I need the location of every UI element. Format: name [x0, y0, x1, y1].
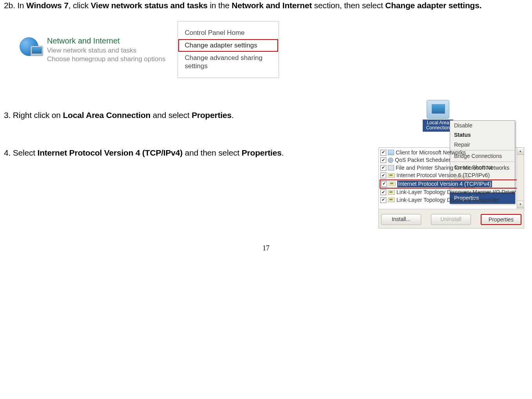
list-item[interactable]: ✔ QoS Packet Scheduler	[380, 156, 523, 164]
scrollbar[interactable]: ▴ ▾	[517, 148, 524, 209]
uninstall-button: Uninstall	[431, 214, 471, 225]
checkbox-icon[interactable]: ✔	[381, 181, 387, 187]
choose-homegroup-link[interactable]: Choose homegroup and sharing options	[47, 55, 165, 63]
step-4-text: 4. Select Internet Protocol Version 4 (T…	[4, 147, 378, 158]
step-4-prefix: 4. Select	[4, 148, 38, 157]
step-4: 4. Select Internet Protocol Version 4 (T…	[4, 147, 378, 158]
step-3-text: 3. Right click on Local Area Connection …	[4, 110, 418, 121]
page-number: 17	[4, 244, 528, 252]
list-item[interactable]: ✔ Internet Protocol Version 6 (TCP/IPv6)	[380, 172, 523, 180]
step-4-target: Internet Protocol Version 4 (TCP/IPv4)	[38, 148, 183, 157]
step-4-mid: and then select	[183, 148, 242, 157]
step-2b-section: Network and Internet	[232, 1, 312, 10]
list-item-label: QoS Packet Scheduler	[395, 157, 451, 164]
control-panel-nav: Control Panel Home Change adapter settin…	[177, 21, 279, 78]
service-icon	[388, 158, 393, 163]
properties-button[interactable]: Properties	[481, 214, 521, 225]
step-2b-mid2: in the	[208, 1, 232, 10]
properties-buttons-row: Install... Uninstall Properties	[379, 209, 524, 228]
connection-properties-list: ✔ Client for Microsoft Networks ✔ QoS Pa…	[378, 147, 524, 229]
step-2b-action1: View network status and tasks	[90, 1, 207, 10]
list-item[interactable]: ✔ File and Printer Sharing for Microsoft…	[380, 164, 523, 172]
lac-label[interactable]: Local Area Connection	[423, 120, 453, 131]
list-item-label: Link-Layer Topology Discovery Mapper I/O…	[396, 189, 516, 196]
scroll-up-icon[interactable]: ▴	[517, 147, 524, 155]
local-area-connection-figure: Local Area Connection Disable Status Rep…	[418, 100, 516, 131]
list-item-label: Internet Protocol Version 4 (TCP/IPv4)	[397, 181, 492, 188]
network-internet-text: Network and Internet View network status…	[47, 36, 165, 63]
nav-control-panel-home[interactable]: Control Panel Home	[178, 27, 278, 39]
step-2b-mid1: , click	[69, 1, 91, 10]
list-item-label: Internet Protocol Version 6 (TCP/IPv6)	[396, 172, 490, 179]
step-3-target: Local Area Connection	[63, 111, 150, 120]
protocol-icon	[388, 198, 395, 202]
protocol-icon	[389, 181, 396, 186]
list-item[interactable]: ✔ Client for Microsoft Networks	[380, 149, 523, 157]
checkbox-icon[interactable]: ✔	[380, 197, 386, 203]
scroll-down-icon[interactable]: ▾	[517, 201, 524, 208]
step-2b-os: Windows 7	[26, 1, 69, 10]
list-item[interactable]: ✔ Link-Layer Topology Discovery Mapper I…	[380, 189, 523, 196]
protocol-icon	[388, 173, 395, 178]
step-3-mid: and select	[150, 111, 192, 120]
list-item[interactable]: ✔ Link-Layer Topology Discovery Responde…	[380, 196, 523, 204]
step-2b-prefix: 2b. In	[4, 1, 26, 10]
step-3-suffix: .	[232, 111, 234, 120]
nav-change-adapter-settings[interactable]: Change adapter settings	[178, 39, 278, 52]
network-and-internet-panel: Network and Internet View network status…	[20, 21, 165, 63]
step-4-row: 4. Select Internet Protocol Version 4 (T…	[4, 147, 528, 229]
view-network-status-link[interactable]: View network status and tasks	[47, 46, 165, 55]
checkbox-icon[interactable]: ✔	[380, 165, 386, 171]
step-3: 3. Right click on Local Area Connection …	[4, 100, 418, 121]
step-2b-action2: Change adapter settings.	[385, 1, 481, 10]
step-2b: 2b. In Windows 7, click View network sta…	[4, 0, 528, 78]
list-item-label: Client for Microsoft Networks	[396, 149, 466, 156]
checkbox-icon[interactable]: ✔	[380, 157, 386, 163]
nav-change-advanced-sharing[interactable]: Change advanced sharing settings	[178, 52, 278, 73]
step-3-prefix: 3. Right click on	[4, 111, 63, 120]
step-2b-text: 2b. In Windows 7, click View network sta…	[4, 0, 528, 11]
checkbox-icon[interactable]: ✔	[380, 150, 386, 156]
step-4-action: Properties	[242, 148, 282, 157]
step-4-suffix: .	[282, 148, 284, 157]
step-2b-images: Network and Internet View network status…	[4, 21, 528, 78]
service-icon	[388, 165, 394, 170]
install-button[interactable]: Install...	[381, 214, 421, 225]
list-item-label: Link-Layer Topology Discovery Responder	[396, 197, 499, 204]
protocol-icon	[388, 190, 395, 195]
properties-listbox[interactable]: ✔ Client for Microsoft Networks ✔ QoS Pa…	[379, 148, 524, 209]
network-globe-icon	[20, 36, 43, 56]
list-item-label: File and Printer Sharing for Microsoft N…	[396, 165, 509, 172]
menu-disable[interactable]: Disable	[450, 121, 515, 130]
client-icon	[388, 150, 394, 155]
checkbox-icon[interactable]: ✔	[380, 172, 386, 178]
step-3-row: 3. Right click on Local Area Connection …	[4, 100, 528, 131]
list-item-selected[interactable]: ✔ Internet Protocol Version 4 (TCP/IPv4)	[380, 180, 523, 189]
lac-icon[interactable]	[427, 100, 449, 119]
step-3-action: Properties	[192, 111, 232, 120]
network-internet-title[interactable]: Network and Internet	[47, 36, 165, 45]
checkbox-icon[interactable]: ✔	[380, 189, 386, 195]
step-2b-mid3: section, then select	[312, 1, 385, 10]
menu-status[interactable]: Status	[450, 130, 515, 140]
